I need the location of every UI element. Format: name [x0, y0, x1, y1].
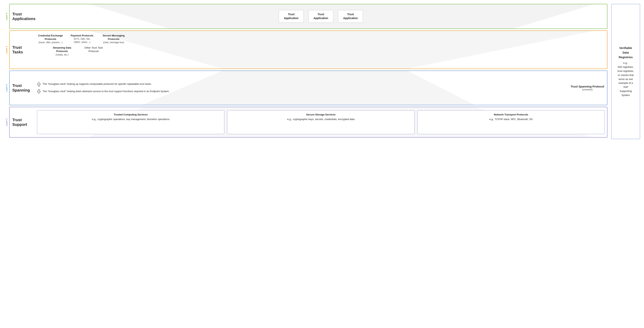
- layer1-number: Layer 1: [6, 119, 8, 126]
- vdr-title: Verifiable Data Registries: [618, 46, 634, 60]
- secure-messaging-title: Secure Messaging Protocols: [100, 34, 127, 41]
- svg-marker-3: [37, 82, 40, 86]
- layer1-box: Trust Support Trusted Computing Services…: [9, 107, 608, 138]
- layer2-text-col: The "hourglass neck" looking up supports…: [37, 82, 566, 94]
- secure-messaging-subtitle: (chat, message bus): [100, 41, 127, 44]
- layer2-text1: The "hourglass neck" looking up supports…: [37, 82, 566, 87]
- layer1-content: Trusted Computing Services e.g., cryptog…: [35, 107, 607, 137]
- trusted-computing-title: Trusted Computing Services: [40, 113, 222, 117]
- secure-messaging-card: Secure Messaging Protocols (chat, messag…: [100, 34, 127, 44]
- layer1-number-col: Layer 1: [4, 107, 9, 138]
- layer4-number-col: Layer 4: [4, 4, 9, 29]
- secure-storage-card: Secure Storage Services e.g., cryptograp…: [227, 110, 414, 134]
- credential-exchange-subtitle: (issue, offer, present…): [37, 41, 64, 44]
- secure-storage-body: e.g., cryptographic keys, secrets, crede…: [230, 117, 412, 121]
- main-layout: Layer 4 Trust Applications Trust Applica…: [4, 4, 640, 139]
- layer4-row: Layer 4 Trust Applications Trust Applica…: [4, 4, 608, 29]
- layer3-number: Layer 3: [6, 46, 8, 54]
- layer2-text2: The "hourglass neck" looking down abstra…: [37, 89, 566, 94]
- layer3-number-col: Layer 3: [4, 31, 9, 69]
- payment-protocols-title: Payment Protocols: [68, 34, 96, 37]
- trusted-computing-card: Trusted Computing Services e.g., cryptog…: [37, 110, 224, 134]
- layer3-row2: Streaming Data Protocols (media, etc.) O…: [37, 46, 107, 56]
- arrow-down-icon: [37, 89, 41, 94]
- layer3-content: Credential Exchange Protocols (issue, of…: [35, 31, 607, 69]
- network-transport-body: e.g., TCP/IP stack, NFC, Bluetooth, 5G: [420, 117, 602, 121]
- payment-protocols-card: Payment Protocols (KYC, AML, fiat, CBDC,…: [68, 34, 96, 44]
- vdr-content: Verifiable Data Registries e.g., DID reg…: [618, 46, 634, 97]
- trust-spanning-protocol: Trust Spanning Protocol (connect): [570, 85, 605, 91]
- network-transport-card: Network Transport Protocols e.g., TCP/IP…: [417, 110, 605, 134]
- layer2-row: Layer 2 Trust Spanning T: [4, 71, 608, 105]
- layer4-box: Trust Applications Trust Application Tru…: [9, 4, 608, 29]
- layer2-number: Layer 2: [6, 84, 8, 92]
- trust-app-1: Trust Application: [279, 10, 304, 23]
- credential-exchange-card: Credential Exchange Protocols (issue, of…: [37, 34, 64, 44]
- layer4-title: Trust Applications: [10, 4, 35, 29]
- other-trust-card: Other Trust Task Protocols: [80, 46, 107, 53]
- trust-app-2: Trust Application: [308, 10, 333, 23]
- layer3-title: Trust Tasks: [10, 31, 35, 69]
- trust-app-3: Trust Application: [338, 10, 363, 23]
- layer1-title: Trust Support: [10, 107, 35, 137]
- streaming-data-card: Streaming Data Protocols (media, etc.): [48, 46, 76, 56]
- secure-storage-title: Secure Storage Services: [230, 113, 412, 117]
- payment-protocols-subtitle: (KYC, AML, fiat, CBDC, token…): [68, 37, 96, 44]
- layer1-row: Layer 1 Trust Support Trusted Computing …: [4, 107, 608, 138]
- arrow-up-icon: [37, 82, 41, 87]
- trusted-computing-body: e.g., cryptographic operations, key mana…: [40, 117, 222, 121]
- layer2-number-col: Layer 2: [4, 71, 9, 105]
- trust-spanning-protocol-subtitle: (connect): [570, 88, 605, 91]
- vdr-sidebar: Verifiable Data Registries e.g., DID reg…: [611, 4, 640, 139]
- vdr-body: e.g., DID registries, trust registries, …: [618, 61, 634, 97]
- layer3-row: Layer 3 Trust Tasks Credential Exchange …: [4, 31, 608, 69]
- streaming-data-subtitle: (media, etc.): [48, 53, 76, 57]
- layer2-box: Trust Spanning The "hourglass neck" look…: [9, 71, 608, 105]
- layer2-content: The "hourglass neck" looking up supports…: [35, 71, 607, 105]
- network-transport-title: Network Transport Protocols: [420, 113, 602, 117]
- layer4-content: Trust Application Trust Application Trus…: [35, 4, 607, 29]
- layer3-row1: Credential Exchange Protocols (issue, of…: [37, 34, 127, 44]
- credential-exchange-title: Credential Exchange Protocols: [37, 34, 64, 41]
- layer3-box: Trust Tasks Credential Exchange Protocol…: [9, 31, 608, 69]
- trust-spanning-protocol-title: Trust Spanning Protocol: [570, 85, 605, 88]
- diagram-area: Layer 4 Trust Applications Trust Applica…: [4, 4, 608, 139]
- layer2-title: Trust Spanning: [10, 71, 35, 105]
- layer4-number: Layer 4: [6, 13, 8, 20]
- other-trust-title: Other Trust Task Protocols: [80, 46, 107, 53]
- svg-marker-4: [37, 90, 40, 94]
- streaming-data-title: Streaming Data Protocols: [48, 46, 76, 53]
